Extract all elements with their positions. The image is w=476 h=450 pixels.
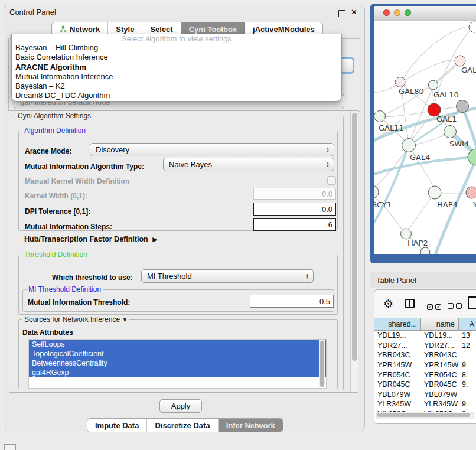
table-cell: YPR145W (374, 360, 421, 370)
manual-kernel-label: Manual Kernel Width Definition (25, 177, 129, 185)
network-node-gal[interactable] (455, 56, 465, 66)
attribute-item[interactable]: TopologicalCoefficient (29, 349, 326, 358)
table-panel: ⚙ ✓ ✓ shared...nameA YDL19...YDL19...13Y… (374, 289, 476, 424)
table-row[interactable]: YDR27...YDR27...12 (374, 341, 476, 351)
network-node-gal11[interactable] (374, 111, 386, 122)
table-cell: YLR345W (421, 399, 459, 409)
algorithm-option[interactable]: Mutual Information Inference (12, 72, 341, 81)
network-node-gcy1[interactable] (374, 185, 379, 198)
algorithm-option[interactable]: Bayesian – K2 (12, 81, 341, 91)
mi-type-combo[interactable]: Naive Bayes ▲▼ (163, 158, 334, 171)
columns-icon[interactable] (405, 299, 415, 308)
network-edge[interactable] (374, 84, 397, 93)
network-node-swi4[interactable] (444, 126, 457, 138)
network-node-gal10[interactable] (429, 80, 438, 90)
network-node-hap2[interactable] (401, 229, 412, 239)
list-scrollbar[interactable] (319, 340, 325, 387)
tab-discretize-data[interactable]: Discretize Data (147, 419, 218, 432)
minimized-panel-icon[interactable] (4, 444, 16, 450)
node-label: GAL4 (410, 153, 430, 162)
column-header-A[interactable]: A (459, 318, 476, 331)
kernel-width-field[interactable]: 0.0 (253, 188, 336, 200)
deselect-all-checks-icon[interactable] (448, 301, 462, 311)
algorithm-option[interactable]: Basic Correlation Inference (12, 53, 341, 62)
algorithm-option[interactable]: Dream8 DC_TDC Algorithm (12, 91, 341, 100)
sources-toggle[interactable]: Sources for Network Inference ▼ (22, 315, 129, 324)
table-cell: 13 (459, 331, 476, 341)
algorithm-option[interactable]: ARACNE Algorithm (12, 63, 341, 72)
table-cell: YDR27... (421, 341, 459, 351)
float-window-icon[interactable] (338, 10, 345, 17)
attribute-item[interactable]: gal4RGexp (29, 368, 326, 377)
table-row[interactable]: YDL19...YDL19...13 (374, 331, 476, 341)
aracne-mode-combo[interactable]: Discovery ▲▼ (90, 143, 334, 156)
node-label: GAL10 (433, 90, 459, 99)
table-cell: YPR145W (421, 360, 459, 370)
panel-title: Control Panel (9, 8, 56, 17)
minimize-traffic-light-icon[interactable] (394, 9, 400, 16)
combo-arrows-icon: ▲▼ (326, 162, 330, 167)
close-icon[interactable]: ✕ (351, 8, 357, 17)
table-row[interactable]: YBR043CYBR043C (374, 350, 476, 360)
dpi-tolerance-field[interactable]: 0.0 (253, 203, 336, 216)
column-header-shared[interactable]: shared... (374, 318, 421, 331)
network-view-window[interactable]: GALGAL80GAL10GAL1GAL11SWI4GAL4GCY1HAP4YH… (370, 4, 476, 263)
close-traffic-light-icon[interactable] (383, 9, 390, 16)
table-cell: YER054C (421, 370, 459, 380)
table-row[interactable]: YPR145WYPR145W9. (374, 360, 476, 370)
data-attributes-list[interactable]: SelfLoopsTopologicalCoefficientBetweenne… (28, 339, 327, 389)
network-edge[interactable] (408, 194, 433, 230)
tab-impute-data[interactable]: Impute Data (87, 419, 147, 432)
mi-threshold-label: Mutual Information Threshold: (28, 298, 130, 306)
group-title: MI Threshold Definition (27, 285, 103, 294)
table-row[interactable]: YBL079WYBL079W (374, 390, 476, 400)
manual-kernel-checkbox[interactable] (327, 176, 336, 185)
tab-label: Infer Network (226, 421, 275, 430)
table-horizontal-scrollbar[interactable] (376, 412, 474, 419)
algorithm-option[interactable]: Bayesian – Hill Climbing (12, 43, 341, 53)
threshold-definition-group: Threshold Definition Which threshold to … (18, 255, 338, 315)
network-window-titlebar[interactable] (374, 6, 476, 21)
new-table-icon[interactable] (468, 296, 476, 309)
group-title: Algorithm Definition (22, 126, 87, 135)
tab-infer-network[interactable]: Infer Network (219, 419, 283, 432)
combo-arrows-icon: ▲▼ (305, 273, 309, 279)
gear-icon[interactable]: ⚙ (383, 297, 393, 311)
mi-steps-field[interactable]: 6 (253, 218, 336, 231)
network-node-y[interactable] (466, 187, 476, 198)
network-node-gal80[interactable] (395, 77, 405, 87)
hub-definition-toggle[interactable]: Hub/Transcription Factor Definition ▶ (24, 235, 155, 243)
table-cell: YDL19... (421, 331, 459, 341)
network-node-hap4[interactable] (428, 186, 441, 199)
sources-group: Sources for Network Inference ▼ Data Att… (18, 319, 338, 389)
network-node[interactable] (420, 247, 430, 254)
table-row[interactable]: YER054CYER054C8. (374, 370, 476, 380)
node-label: GAL (461, 66, 476, 74)
popup-placeholder: Select algorithm to view settings (12, 34, 341, 43)
zoom-traffic-light-icon[interactable] (405, 9, 411, 16)
tab-label: Style (116, 25, 134, 34)
apply-button[interactable]: Apply (159, 399, 202, 413)
column-header-name[interactable]: name (421, 318, 459, 331)
table-cell: YBR045C (421, 380, 459, 390)
popup-item-list: Bayesian – Hill ClimbingBasic Correlatio… (12, 43, 341, 101)
table-rows: YDL19...YDL19...13YDR27...YDR27...12YBR0… (374, 331, 476, 423)
network-edge-thick[interactable] (374, 148, 408, 230)
settings-scrollbar[interactable] (350, 111, 358, 392)
network-node-gal4[interactable] (402, 139, 416, 152)
network-node[interactable] (457, 100, 469, 113)
select-all-checks-icon[interactable]: ✓ ✓ (427, 301, 441, 311)
attribute-item[interactable]: BetweennessCentrality (29, 358, 326, 368)
table-cell: YBL079W (374, 390, 421, 400)
cyni-mode-tabbar: Impute DataDiscretize DataInfer Network (87, 418, 283, 432)
which-threshold-combo[interactable]: MI Threshold ▲▼ (141, 269, 314, 283)
tab-label: Discretize Data (155, 421, 210, 430)
table-row[interactable]: YBR045CYBR045C9. (374, 380, 476, 390)
table-header-row: shared...nameA (374, 318, 476, 331)
attribute-item[interactable]: SelfLoops (29, 340, 326, 349)
network-canvas[interactable]: GALGAL80GAL10GAL1GAL11SWI4GAL4GCY1HAP4YH… (374, 21, 476, 254)
kernel-width-label: Kernel Width (0,1): (25, 192, 87, 200)
mi-threshold-field[interactable]: 0.5 (250, 295, 334, 308)
table-row[interactable]: YLR345WYLR345W9. (374, 399, 476, 409)
network-node[interactable] (468, 149, 476, 165)
